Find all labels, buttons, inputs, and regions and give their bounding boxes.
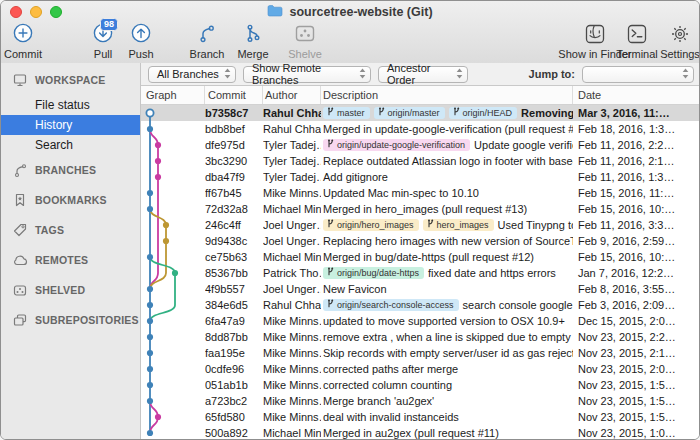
commit-row[interactable]: 3bc3290Tyler Tadej…Replace outdated Atla… [141, 153, 700, 169]
commit-date: Feb 15, 2016, 11:… [573, 185, 700, 201]
branch-glyph-icon [427, 219, 434, 231]
sidebar-section-branches[interactable]: BRANCHES [1, 155, 140, 185]
shelved-icon [11, 282, 29, 298]
commit-row[interactable]: faa195eMike Minns…Skip records with empt… [141, 345, 700, 361]
commit-row[interactable]: a723bc2Mike Minns…Merge branch 'au2gex'N… [141, 393, 700, 409]
column-header-date[interactable]: Date [573, 86, 700, 104]
branch-tag: origin/search-console-access [323, 299, 459, 311]
stepper-icon [681, 67, 690, 82]
commit-hash: 6fa47a9 [205, 313, 263, 329]
commit-date: Feb 15, 2016, 10:… [573, 201, 700, 217]
commit-row[interactable]: 9d9438cJoel Unger…Replacing hero images … [141, 233, 700, 249]
commit-date: Feb 11, 2016, 3:3… [573, 217, 700, 233]
commit-hash: 85367bb [205, 265, 263, 281]
branch-tag: hero_images [423, 219, 494, 231]
commit-row[interactable]: dfe975dTyler Tadej…origin/update-google-… [141, 137, 700, 153]
commit-author: Rahul Chhab… [263, 121, 321, 137]
commit-hash: 4f9b557 [205, 281, 263, 297]
commit-date: Feb 11, 2016, 2:2… [573, 137, 700, 153]
stepper-icon [358, 67, 367, 82]
branch-glyph-icon [327, 299, 334, 311]
sidebar-item-file-status[interactable]: File status [1, 95, 140, 115]
commit-row[interactable]: 72d32a8Michael Min…Merged in hero_images… [141, 201, 700, 217]
commit-row[interactable]: 0cdfe96Mike Minns…corrected paths after … [141, 361, 700, 377]
folder-icon [267, 4, 283, 20]
sidebar-section-workspace[interactable]: WORKSPACE [1, 65, 140, 95]
commit-hash: 9d9438c [205, 233, 263, 249]
commit-author: Tyler Tadej… [263, 169, 321, 185]
graph-cell [141, 297, 205, 313]
sidebar-section-bookmarks[interactable]: BOOKMARKS [1, 185, 140, 215]
branch-tag: origin/HEAD [449, 107, 518, 119]
commit-row[interactable]: 65fd580Mike Minns…deal with invalid inst… [141, 409, 700, 425]
commit-author: Mike Minns… [263, 361, 321, 377]
tag-icon [11, 222, 29, 238]
commit-author: Mike Minns… [263, 313, 321, 329]
commit-description: origin/hero_imageshero_imagesUsed Tinypn… [321, 217, 573, 233]
shelve-button: Shelve [260, 21, 350, 60]
column-header-graph[interactable]: Graph [141, 86, 205, 104]
commit-row[interactable]: 500a892Michael Min…Merged in au2gex (pul… [141, 425, 700, 440]
commit-row[interactable]: 85367bbPatrick Tho…origin/bug/date-https… [141, 265, 700, 281]
sidebar-item-history[interactable]: History [1, 115, 140, 135]
commit-row[interactable]: 6fa47a9Mike Minns…updated to move suppor… [141, 313, 700, 329]
commit-date: Feb 11, 2016, 2:1… [573, 153, 700, 169]
commit-list: b7358c7Rahul Chha…masterorigin/masterori… [141, 105, 700, 440]
sidebar-section-remotes[interactable]: REMOTES [1, 245, 140, 275]
graph-cell [141, 169, 205, 185]
sidebar-section-subrepositories[interactable]: SUBREPOSITORIES [1, 305, 140, 335]
commit-author: Rahul Chha… [263, 105, 321, 121]
branch-glyph-icon [327, 139, 334, 151]
ancestor-order-select[interactable]: Ancestor Order [378, 66, 468, 83]
commit-author: Rahul Chhab… [263, 297, 321, 313]
column-header-commit[interactable]: Commit [205, 86, 263, 104]
commit-row[interactable]: ce75b63Michael Min…Merged in bug/date-ht… [141, 249, 700, 265]
commit-hash: 384e6d5 [205, 297, 263, 313]
commit-description: corrected paths after merge [321, 361, 573, 377]
commit-date: Nov 23, 2015, 2:1… [573, 345, 700, 361]
branch-glyph-icon [327, 267, 334, 279]
show-remote-branches-select[interactable]: Show Remote Branches [243, 66, 371, 83]
commit-row[interactable]: dba47f9Tyler Tadej…Add gitignoreFeb 11, … [141, 169, 700, 185]
commit-hash: 72d32a8 [205, 201, 263, 217]
graph-cell [141, 185, 205, 201]
commit-row[interactable]: 246c4ffJoel Unger…origin/hero_imageshero… [141, 217, 700, 233]
commit-hash: 051ab1b [205, 377, 263, 393]
graph-cell [141, 137, 205, 153]
column-header-author[interactable]: Author [263, 86, 321, 104]
commit-row[interactable]: 8dd87bbMike Minns…remove extra , when a … [141, 329, 700, 345]
column-header-description[interactable]: Description [321, 86, 573, 104]
graph-cell [141, 409, 205, 425]
all-branches-select[interactable]: All Branches [148, 66, 236, 83]
branch-tag: origin/update-google-verification [323, 139, 470, 151]
titlebar-toolbar: sourcetree-website (Git) Commit98PullPus… [1, 1, 699, 64]
commit-date: Nov 23, 2015, 2:2… [573, 329, 700, 345]
settings-button[interactable]: Settings [635, 21, 700, 60]
graph-cell [141, 153, 205, 169]
graph-cell [141, 393, 205, 409]
commit-description: Updated Mac min-spec to 10.10 [321, 185, 573, 201]
commit-date: Feb 15, 2016, 10:… [573, 249, 700, 265]
commit-description: Add gitignore [321, 169, 573, 185]
jump-to-input[interactable] [582, 66, 694, 83]
sidebar-section-tags[interactable]: TAGS [1, 215, 140, 245]
branch-glyph-icon [327, 219, 334, 231]
commit-hash: 3bc3290 [205, 153, 263, 169]
commit-author: Mike Minns… [263, 345, 321, 361]
commit-row[interactable]: ff67b45Mike Minns…Updated Mac min-spec t… [141, 185, 700, 201]
commit-date: Nov 23, 2015, 1:5… [573, 409, 700, 425]
sidebar-section-shelved[interactable]: SHELVED [1, 275, 140, 305]
graph-cell [141, 233, 205, 249]
graph-cell [141, 105, 205, 121]
commit-author: Joel Unger… [263, 217, 321, 233]
graph-cell [141, 425, 205, 440]
commit-row[interactable]: b7358c7Rahul Chha…masterorigin/masterori… [141, 105, 700, 121]
commit-date: Nov 23, 2015, 1:0… [573, 425, 700, 440]
branch-glyph-icon [378, 107, 385, 119]
commit-date: Feb 3, 2016, 2:09… [573, 297, 700, 313]
commit-row[interactable]: bdb8befRahul Chhab…Merged in update-goog… [141, 121, 700, 137]
commit-row[interactable]: 4f9b557Joel Unger…New FaviconFeb 8, 2016… [141, 281, 700, 297]
sidebar-item-search[interactable]: Search [1, 135, 140, 155]
commit-row[interactable]: 384e6d5Rahul Chhab…origin/search-console… [141, 297, 700, 313]
commit-row[interactable]: 051ab1bMike Minns…corrected column count… [141, 377, 700, 393]
